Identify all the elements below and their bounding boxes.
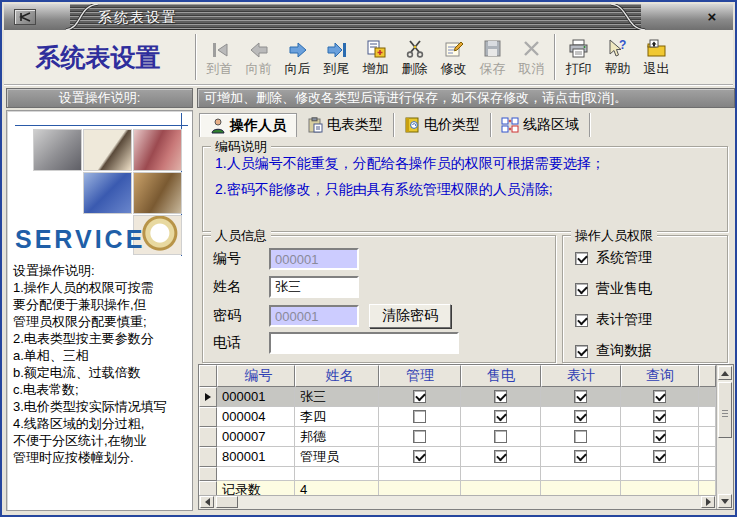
- field-row-姓名: 姓名: [213, 276, 359, 298]
- scroll-up-button[interactable]: [718, 366, 732, 380]
- toolbar-button-打印[interactable]: 打印: [559, 32, 598, 82]
- grid-checkbox-icon[interactable]: [413, 410, 426, 423]
- checkbox-icon[interactable]: [575, 252, 588, 265]
- grid-checkbox-icon[interactable]: [574, 410, 587, 423]
- grid-checkbox-icon[interactable]: [574, 430, 587, 443]
- operation-note-line: b.额定电流、过载倍数: [13, 364, 190, 381]
- toolbar-button-label: 删除: [402, 60, 428, 78]
- checkbox-icon[interactable]: [575, 345, 588, 358]
- operation-note-line: a.单相、三相: [13, 347, 190, 364]
- goto-first-icon: [209, 37, 231, 59]
- operation-notes: 设置操作说明:1.操作人员的权限可按需要分配便于兼职操作,但管理员权限分配要慎重…: [7, 256, 192, 466]
- horizontal-scroll-thumb[interactable]: [216, 496, 238, 508]
- grid-checkbox-icon[interactable]: [494, 390, 507, 403]
- grid-checkbox-icon[interactable]: [413, 390, 426, 403]
- photo-tile-pencils: [133, 129, 182, 171]
- person-icon: [210, 118, 226, 134]
- exit-icon: [645, 37, 669, 59]
- scroll-down-button[interactable]: [718, 494, 732, 508]
- table-row[interactable]: 000001张三: [199, 387, 716, 407]
- tab-线路区域[interactable]: 线路区域: [491, 113, 590, 137]
- column-header-售电[interactable]: 售电: [461, 365, 541, 387]
- grid-checkbox-icon[interactable]: [653, 430, 666, 443]
- 电话-input[interactable]: [269, 332, 459, 354]
- grid-checkbox-icon[interactable]: [653, 410, 666, 423]
- horizontal-scrollbar[interactable]: [199, 495, 716, 509]
- grid-checkbox-icon[interactable]: [494, 430, 507, 443]
- arrow-prev-icon: [248, 37, 270, 59]
- column-header-管理[interactable]: 管理: [379, 365, 461, 387]
- title-bar[interactable]: 系统表设置 ×: [4, 4, 733, 30]
- main-panel: 操作人员电表类型电价类型线路区域 编码说明 1.人员编号不能重复，分配给各操作员…: [197, 110, 735, 511]
- collage-line-h: [15, 125, 188, 126]
- tab-操作人员[interactable]: 操作人员: [199, 113, 297, 137]
- grid-checkbox-icon[interactable]: [574, 450, 587, 463]
- toolbar-button-向后[interactable]: 向后: [278, 32, 317, 82]
- edit-icon: [443, 37, 465, 59]
- tab-bar: 操作人员电表类型电价类型线路区域: [199, 113, 590, 137]
- toolbar: 系统表设置 到首向前向后到尾增加删除修改保存取消打印?帮助退出: [4, 30, 733, 86]
- row-indicator: [199, 427, 217, 447]
- operation-note-line: 管理时应按楼幢划分.: [13, 449, 190, 466]
- toolbar-button-修改[interactable]: 修改: [434, 32, 473, 82]
- grid-checkbox-icon[interactable]: [413, 430, 426, 443]
- toolbar-button-label: 保存: [480, 60, 506, 78]
- field-row-编号: 编号: [213, 248, 359, 270]
- vertical-scroll-thumb[interactable]: [718, 382, 732, 438]
- permission-items: 系统管理营业售电表计管理查询数据: [563, 249, 727, 360]
- page-title: 系统表设置: [4, 41, 192, 74]
- permission-营业售电[interactable]: 营业售电: [575, 280, 727, 298]
- permission-label: 系统管理: [596, 249, 652, 267]
- grid-checkbox-icon[interactable]: [653, 390, 666, 403]
- toolbar-button-到首: 到首: [200, 32, 239, 82]
- save-icon: [482, 37, 504, 59]
- permission-查询数据[interactable]: 查询数据: [575, 342, 727, 360]
- toolbar-button-label: 向后: [285, 60, 311, 78]
- vertical-scrollbar[interactable]: [716, 365, 733, 509]
- grid-checkbox-icon[interactable]: [494, 410, 507, 423]
- field-label: 电话: [213, 334, 269, 352]
- cell-id: 000001: [217, 387, 295, 407]
- coding-notes-title: 编码说明: [211, 138, 271, 156]
- grid-checkbox-icon[interactable]: [494, 450, 507, 463]
- column-header-表计[interactable]: 表计: [541, 365, 621, 387]
- scroll-left-button[interactable]: [200, 496, 214, 508]
- column-header-查询[interactable]: 查询: [621, 365, 699, 387]
- grid-checkbox-icon[interactable]: [574, 390, 587, 403]
- permission-表计管理[interactable]: 表计管理: [575, 311, 727, 329]
- toolbar-button-增加[interactable]: 增加: [356, 32, 395, 82]
- table-row[interactable]: 000007邦德: [199, 427, 716, 447]
- person-info-group: 人员信息 编号姓名密码清除密码电话: [202, 235, 556, 363]
- grid-checkbox-icon[interactable]: [653, 450, 666, 463]
- table-row[interactable]: 800001管理员: [199, 447, 716, 467]
- coding-note-line: 2.密码不能修改，只能由具有系统管理权限的人员清除;: [203, 173, 727, 199]
- 密码-input: [269, 305, 359, 327]
- checkbox-icon[interactable]: [575, 314, 588, 327]
- checkbox-icon[interactable]: [575, 283, 588, 296]
- goto-last-icon: [326, 37, 348, 59]
- coding-notes-lines: 1.人员编号不能重复，分配给各操作员的权限可根据需要选择；2.密码不能修改，只能…: [203, 147, 727, 199]
- column-header-姓名[interactable]: 姓名: [295, 365, 379, 387]
- operation-note-line: 2.电表类型按主要参数分: [13, 330, 190, 347]
- toolbar-button-帮助[interactable]: ?帮助: [598, 32, 637, 82]
- toolbar-button-删除[interactable]: 删除: [395, 32, 434, 82]
- tab-电价类型[interactable]: 电价类型: [394, 113, 491, 137]
- cell-id: 800001: [217, 447, 295, 467]
- grid-checkbox-icon[interactable]: [413, 450, 426, 463]
- table-row[interactable]: 000004李四: [199, 407, 716, 427]
- clipboard-icon: [307, 117, 323, 133]
- column-header-编号[interactable]: 编号: [217, 365, 295, 387]
- 姓名-input[interactable]: [269, 276, 359, 298]
- current-row-arrow-icon: [205, 393, 211, 401]
- toolbar-button-到尾[interactable]: 到尾: [317, 32, 356, 82]
- permission-label: 表计管理: [596, 311, 652, 329]
- permission-系统管理[interactable]: 系统管理: [575, 249, 727, 267]
- cell-name: 张三: [295, 387, 379, 407]
- tab-电表类型[interactable]: 电表类型: [297, 113, 394, 137]
- clear-password-button[interactable]: 清除密码: [369, 304, 451, 328]
- close-icon[interactable]: ×: [703, 8, 721, 26]
- toolbar-button-退出[interactable]: 退出: [637, 32, 676, 82]
- photo-tile-pen: [83, 129, 132, 171]
- toolbar-button-label: 增加: [363, 60, 389, 78]
- scroll-right-button[interactable]: [701, 496, 715, 508]
